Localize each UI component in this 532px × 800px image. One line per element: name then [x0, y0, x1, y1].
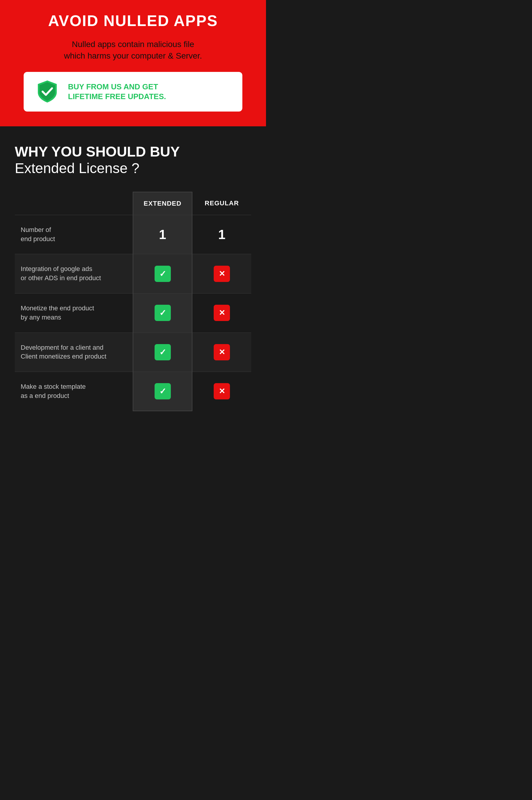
regular-col-header: REGULAR [192, 192, 251, 215]
extended-value [133, 293, 192, 332]
table-row: Development for a client andClient monet… [15, 332, 251, 372]
extended-value [133, 332, 192, 372]
feature-label: Integration of google adsor other ADS in… [15, 254, 133, 293]
extended-value [133, 372, 192, 411]
extended-col-header: EXTENDED [133, 192, 192, 215]
comparison-table: EXTENDED REGULAR Number ofend product11I… [15, 192, 251, 411]
table-row: Integration of google adsor other ADS in… [15, 254, 251, 293]
why-heading: WHY YOU SHOULD BUY Extended License ? [15, 144, 251, 177]
regular-value: 1 [192, 215, 251, 254]
table-header-row: EXTENDED REGULAR [15, 192, 251, 215]
check-icon [155, 344, 171, 360]
x-icon [214, 383, 230, 399]
dark-section: WHY YOU SHOULD BUY Extended License ? EX… [0, 126, 266, 411]
top-section: AVOID NULLED APPS Nulled apps contain ma… [0, 0, 266, 126]
feature-label: Development for a client andClient monet… [15, 332, 133, 372]
shield-icon [36, 79, 59, 104]
extended-value [133, 254, 192, 293]
check-icon [155, 383, 171, 399]
regular-value [192, 332, 251, 372]
regular-value [192, 293, 251, 332]
check-icon [155, 266, 171, 282]
x-icon [214, 305, 230, 321]
check-icon [155, 305, 171, 321]
feature-label: Make a stock templateas a end product [15, 372, 133, 411]
why-subtitle: Extended License ? [15, 160, 251, 177]
feature-col-header [15, 192, 133, 215]
subtitle-text: Nulled apps contain malicious file which… [9, 38, 257, 61]
x-icon [214, 344, 230, 360]
cta-text: BUY FROM US AND GET LIFETIME FREE UPDATE… [68, 82, 166, 102]
cta-box[interactable]: BUY FROM US AND GET LIFETIME FREE UPDATE… [24, 72, 242, 111]
table-row: Monetize the end productby any means [15, 293, 251, 332]
table-row: Number ofend product11 [15, 215, 251, 254]
feature-label: Number ofend product [15, 215, 133, 254]
extended-value: 1 [133, 215, 192, 254]
regular-value [192, 372, 251, 411]
avoid-title: AVOID NULLED APPS [9, 12, 257, 30]
feature-label: Monetize the end productby any means [15, 293, 133, 332]
why-title: WHY YOU SHOULD BUY [15, 144, 251, 160]
table-row: Make a stock templateas a end product [15, 372, 251, 411]
x-icon [214, 266, 230, 282]
regular-value [192, 254, 251, 293]
